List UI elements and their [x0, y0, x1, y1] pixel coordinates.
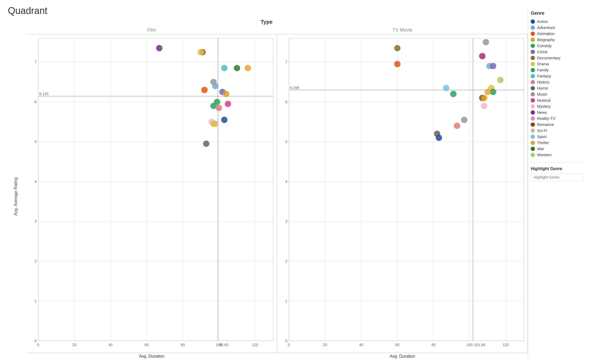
svg-text:20: 20: [72, 343, 76, 347]
legend-dot: [531, 44, 535, 48]
legend-dot: [531, 116, 535, 121]
svg-text:101.84: 101.84: [474, 343, 485, 347]
y-axis-label: Avg. Average Rating: [13, 177, 18, 215]
svg-point-39: [234, 65, 240, 71]
svg-point-91: [443, 85, 449, 91]
svg-text:0: 0: [37, 343, 39, 347]
svg-point-49: [221, 117, 228, 123]
svg-point-38: [221, 65, 228, 71]
legend-dot: [531, 86, 535, 90]
highlight-title: Highlight Genre: [531, 166, 583, 171]
svg-text:40: 40: [359, 343, 363, 347]
legend-item-musical[interactable]: Musical: [531, 98, 583, 102]
legend-item-western[interactable]: Western: [531, 153, 583, 157]
legend-item-fantasy[interactable]: Fantasy: [531, 74, 583, 78]
legend-item-war[interactable]: War: [531, 146, 583, 151]
legend-item-documentary[interactable]: Documentary: [531, 56, 583, 60]
legend-dot: [531, 104, 535, 109]
legend-label: Action: [537, 19, 548, 24]
svg-point-95: [461, 117, 467, 123]
legend-item-comedy[interactable]: Comedy: [531, 43, 583, 48]
legend-label: History: [537, 80, 549, 84]
svg-text:6: 6: [35, 100, 37, 104]
svg-text:7: 7: [35, 60, 37, 64]
highlight-input[interactable]: [531, 173, 583, 181]
legend-item-drama[interactable]: Drama: [531, 62, 583, 66]
legend-label: Thriller: [537, 140, 549, 145]
svg-text:6: 6: [285, 100, 287, 104]
svg-text:0: 0: [35, 339, 37, 343]
film-panel-label: Film: [26, 26, 277, 34]
legend-item-adventure[interactable]: Adventure: [531, 25, 583, 30]
svg-text:3: 3: [35, 219, 37, 223]
legend-dot: [531, 141, 535, 145]
svg-point-36: [198, 49, 204, 55]
legend-label: Comedy: [537, 43, 552, 48]
svg-point-94: [436, 135, 442, 141]
svg-text:120: 120: [503, 343, 509, 347]
chart-area: Quadrant Type Film TV Movie Avg. Average…: [5, 5, 528, 359]
svg-point-40: [245, 65, 251, 71]
svg-text:20: 20: [323, 343, 327, 347]
legend-item-crime[interactable]: Crime: [531, 50, 583, 54]
legend-dot: [531, 19, 535, 24]
legend-item-thriller[interactable]: Thriller: [531, 140, 583, 145]
svg-point-47: [210, 103, 217, 109]
main-container: Quadrant Type Film TV Movie Avg. Average…: [0, 0, 591, 364]
legend-item-mystery[interactable]: Mystery: [531, 104, 583, 109]
x-axis-label-tv: Avg. Duration: [277, 354, 528, 359]
svg-text:2: 2: [35, 259, 37, 263]
legend-item-music[interactable]: Music: [531, 92, 583, 96]
svg-text:60: 60: [395, 343, 400, 347]
chart-title: Quadrant: [5, 5, 528, 16]
svg-text:40: 40: [109, 343, 113, 347]
legend-label: Sci-Fi: [537, 128, 547, 133]
legend-dot: [531, 129, 535, 133]
highlight-section: Highlight Genre: [531, 162, 583, 181]
legend-label: Western: [537, 153, 552, 157]
svg-point-104: [485, 89, 491, 95]
legend-dot: [531, 110, 535, 115]
legend-item-sci-fi[interactable]: Sci-Fi: [531, 128, 583, 133]
type-axis-label: Type: [5, 19, 528, 25]
legend-label: Mystery: [537, 104, 551, 109]
svg-point-101: [479, 53, 485, 59]
svg-text:60: 60: [145, 343, 149, 347]
legend-item-history[interactable]: History: [531, 80, 583, 84]
svg-text:6.298: 6.298: [290, 86, 299, 90]
legend-item-animation[interactable]: Animation: [531, 31, 583, 36]
svg-text:80: 80: [181, 343, 185, 347]
svg-text:5: 5: [285, 140, 287, 144]
legend-label: Romance: [537, 122, 554, 127]
legend-dot: [531, 80, 535, 84]
svg-point-90: [394, 61, 401, 67]
legend-item-sport[interactable]: Sport: [531, 134, 583, 139]
svg-rect-54: [38, 38, 273, 341]
legend-dot: [531, 32, 535, 36]
legend-item-news[interactable]: News: [531, 110, 583, 115]
legend-dot: [531, 135, 535, 139]
svg-text:5: 5: [35, 140, 37, 144]
svg-text:4: 4: [285, 179, 287, 184]
legend-title: Genre: [531, 11, 583, 16]
legend-dot: [531, 26, 535, 30]
legend-item-reality-tv[interactable]: Reality-TV: [531, 116, 583, 121]
legend-items: ActionAdventureAnimationBiographyComedyC…: [531, 19, 583, 157]
svg-point-96: [454, 123, 460, 129]
svg-text:120: 120: [252, 343, 258, 347]
svg-rect-109: [289, 38, 524, 341]
legend-item-family[interactable]: Family: [531, 68, 583, 72]
legend-dot: [531, 56, 535, 60]
svg-text:2: 2: [285, 259, 287, 263]
svg-text:0: 0: [285, 339, 287, 343]
svg-point-52: [210, 121, 217, 127]
svg-point-92: [450, 91, 456, 97]
legend-item-romance[interactable]: Romance: [531, 122, 583, 127]
legend-label: Fantasy: [537, 74, 551, 78]
svg-text:7: 7: [285, 60, 287, 64]
svg-point-46: [225, 101, 231, 107]
legend-item-biography[interactable]: Biography: [531, 37, 583, 42]
legend-item-horror[interactable]: Horror: [531, 86, 583, 90]
legend-item-action[interactable]: Action: [531, 19, 583, 24]
legend-label: Biography: [537, 37, 555, 42]
